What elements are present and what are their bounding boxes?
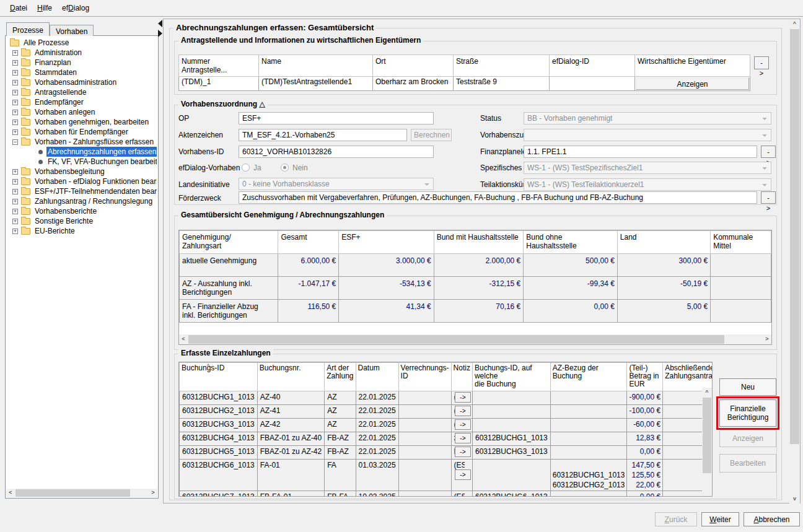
action-neu-button[interactable]: Neu bbox=[719, 378, 776, 396]
expand-icon[interactable]: + bbox=[12, 189, 18, 194]
vorhabenszustand-select[interactable] bbox=[524, 129, 771, 141]
overview-row[interactable]: aktuelle Genehmigung6.000,00 €3.000,00 €… bbox=[180, 254, 771, 277]
tree-item-vorhaben-genehmigen-bearbeiten[interactable]: +Vorhaben genehmigen, bearbeiten bbox=[7, 117, 157, 127]
splitter-expand-icon[interactable] bbox=[158, 30, 162, 37]
expand-icon[interactable]: + bbox=[12, 100, 18, 105]
tree-item-vorhabensbegleitung[interactable]: +Vorhabensbegleitung bbox=[7, 167, 157, 177]
tree-horizontal-scrollbar[interactable]: < > bbox=[6, 489, 157, 497]
tree-item-stammdaten[interactable]: +Stammdaten bbox=[7, 68, 157, 77]
expand-icon[interactable]: + bbox=[12, 80, 18, 85]
overview-row[interactable]: FA - Finanzieller Abzug inkl. Berichtigu… bbox=[180, 300, 771, 323]
payments-column-header[interactable]: Notiz bbox=[451, 363, 472, 391]
footer-abbrechen-button[interactable]: Abbrechen bbox=[744, 512, 800, 526]
applicants-row[interactable]: (TDM)_1(TDM)TestAntragstellende1Oberharz… bbox=[179, 77, 750, 91]
action-anzeigen-button[interactable]: Anzeigen bbox=[719, 430, 776, 447]
payments-vertical-scrollbar[interactable]: ^ bbox=[702, 388, 712, 496]
scroll-up-icon[interactable]: ^ bbox=[702, 388, 712, 397]
payments-column-header[interactable]: Buchungs-ID^ bbox=[180, 363, 258, 391]
expand-icon[interactable]: + bbox=[12, 209, 18, 214]
payments-column-header[interactable]: Buchungs-ID, auf welche die Buchung bbox=[472, 363, 550, 391]
payments-column-header[interactable]: (Teil-) Betrag in EUR bbox=[627, 363, 663, 391]
action-bearbeiten-button[interactable]: Bearbeiten bbox=[719, 454, 776, 473]
notiz-arrow-button[interactable]: -> bbox=[455, 419, 471, 430]
notiz-arrow-button[interactable]: -> bbox=[455, 447, 471, 457]
menu-item-hilfe[interactable]: Hilfe bbox=[32, 0, 57, 15]
berechnen-button[interactable]: Berechnen bbox=[411, 129, 452, 141]
tree-item-finanzplan[interactable]: +Finanzplan bbox=[7, 58, 157, 68]
ja-radio[interactable] bbox=[242, 164, 250, 172]
foerderzweck-field[interactable]: Zuschussvorhaben mit Vergabeverfahren, P… bbox=[239, 191, 757, 204]
expand-icon[interactable]: + bbox=[12, 110, 18, 115]
expand-icon[interactable]: + bbox=[12, 229, 18, 234]
expand-icon[interactable]: + bbox=[12, 70, 18, 76]
finanzplanelement-arrow-button[interactable]: -> bbox=[761, 146, 776, 158]
scroll-down-icon[interactable]: v bbox=[789, 494, 800, 504]
op-field[interactable]: ESF+ bbox=[239, 112, 434, 124]
tree-item-vorhaben-zahlungsfl-sse-erfassen[interactable]: −Vorhaben - Zahlungsflüsse erfassen bbox=[7, 137, 157, 147]
teilaktionskuerzel-select[interactable]: WS-1 - (WS) TestTeilaktionkuerzel1 bbox=[524, 178, 771, 191]
expand-icon[interactable]: + bbox=[12, 179, 18, 185]
scroll-right-icon[interactable]: > bbox=[149, 489, 157, 497]
payments-column-header[interactable]: AZ-Bezug der Buchung bbox=[550, 363, 627, 391]
expand-icon[interactable]: + bbox=[12, 90, 18, 95]
scroll-left-icon[interactable]: < bbox=[179, 334, 188, 344]
payments-column-header[interactable]: Abschließende Zahlungsantrag bbox=[663, 363, 713, 391]
overview-scrollbar-thumb[interactable] bbox=[188, 335, 724, 344]
tree-item-antragstellende[interactable]: +Antragstellende bbox=[7, 87, 157, 97]
footer-zur-ck-button[interactable]: Zurück bbox=[655, 512, 697, 526]
tree-item-sonstige-berichte[interactable]: +Sonstige Berichte bbox=[7, 216, 157, 226]
menu-item-efdialog[interactable]: efDialog bbox=[57, 0, 94, 15]
notiz-arrow-button[interactable]: -> bbox=[455, 406, 471, 416]
payments-column-header[interactable]: Art der Zahlung bbox=[325, 363, 356, 391]
payments-column-header[interactable]: Buchungsnr. bbox=[257, 363, 324, 391]
payments-scrollbar-thumb[interactable] bbox=[703, 398, 711, 473]
notiz-arrow-button[interactable]: -> bbox=[455, 392, 471, 403]
tree-item-fk-vf-vfa-buchungen-bearbeiten[interactable]: FK, VF, VFA-Buchungen bearbeiten bbox=[7, 157, 157, 167]
payments-table-row[interactable]: 60312BUCHG1_1013AZ-40AZ22.01.2025(ESF->-… bbox=[180, 391, 713, 405]
tree-item-zahlungsantrag-rechnungslegung[interactable]: +Zahlungsantrag / Rechnungslegung bbox=[7, 196, 157, 206]
overview-horizontal-scrollbar[interactable]: < > bbox=[179, 334, 771, 344]
payments-column-header[interactable]: Verrechnungs-ID bbox=[398, 363, 451, 391]
splitter-collapse-icon[interactable] bbox=[158, 20, 162, 27]
payments-table-row[interactable]: 60312BUCHG2_1013AZ-41AZ22.01.2025(ESF->-… bbox=[180, 405, 713, 419]
payments-column-header[interactable]: Datum bbox=[356, 363, 398, 391]
tab-vorhaben[interactable]: Vorhaben bbox=[50, 25, 94, 36]
expand-icon[interactable]: + bbox=[12, 50, 18, 56]
collapse-icon[interactable]: − bbox=[12, 139, 18, 145]
action-finanzielle-berichtigung-button[interactable]: Finanzielle Berichtigung bbox=[719, 399, 776, 427]
expand-icon[interactable]: + bbox=[12, 129, 18, 135]
overview-row[interactable]: AZ - Auszahlung inkl. Berichtigungen-1.0… bbox=[180, 277, 771, 300]
notiz-arrow-button[interactable]: -> bbox=[455, 469, 471, 480]
menu-item-datei[interactable]: Datei bbox=[5, 0, 32, 15]
tree-item-vorhaben-anlegen[interactable]: +Vorhaben anlegen bbox=[7, 107, 157, 117]
finanzplanelement-field[interactable]: 1.1. FPE1.1 bbox=[524, 146, 757, 158]
expand-icon[interactable]: + bbox=[12, 60, 18, 66]
scroll-left-icon[interactable]: < bbox=[6, 489, 15, 497]
expand-icon[interactable]: + bbox=[12, 120, 18, 125]
notiz-arrow-button[interactable]: -> bbox=[455, 433, 471, 443]
status-select[interactable]: BB - Vorhaben genehmigt bbox=[524, 112, 771, 124]
landesinitiative-select[interactable]: 0 - keine Vorhabensklasse bbox=[239, 178, 434, 190]
footer-weiter-button[interactable]: Weiter bbox=[701, 512, 739, 526]
main-scrollbar-thumb[interactable] bbox=[790, 29, 799, 444]
tree-item-alle-prozesse[interactable]: Alle Prozesse bbox=[7, 38, 157, 48]
tree-item-endempf-nger[interactable]: +Endempfänger bbox=[7, 97, 157, 107]
scroll-right-icon[interactable]: > bbox=[763, 334, 771, 344]
expand-icon[interactable]: + bbox=[12, 169, 18, 175]
wirtschaftliche-eigentuemer-anzeigen-button[interactable]: Anzeigen bbox=[636, 77, 749, 90]
vorhabens-id-field[interactable]: 60312_VORHAB10132826 bbox=[239, 146, 434, 158]
payments-table-row[interactable]: 60312BUCHG3_1013AZ-42AZ22.01.2025(ESF->-… bbox=[180, 419, 713, 432]
scroll-up-icon[interactable]: ^ bbox=[789, 19, 800, 28]
payments-table-row[interactable]: 60312BUCHG4_1013FBAZ-01 zu AZ-40FB-AZ22.… bbox=[180, 432, 713, 446]
spezifisches-ziel-select[interactable]: WS-1 - (WS) TestSpezifischesZiel1 bbox=[524, 162, 771, 174]
tree-item-administration[interactable]: +Administration bbox=[7, 48, 157, 58]
tree-scrollbar-thumb[interactable] bbox=[15, 489, 130, 497]
aktenzeichen-field[interactable]: TM_ESF_4.21.-Vorhaben25 bbox=[239, 129, 407, 141]
tree-item-abrechnungszahlungen-erfassen[interactable]: Abrechnungszahlungen erfassen bbox=[7, 147, 157, 157]
tree-item-vorhaben-f-r-endempf-nger[interactable]: +Vorhaben für Endempfänger bbox=[7, 127, 157, 137]
tree-item-esf-jtf-teilnehmendendaten-bearbeiten[interactable]: +ESF+/JTF-Teilnehmendendaten bearbeiten bbox=[7, 186, 157, 196]
payments-table-row[interactable]: 60312BUCHG6_1013FA-01FA01.03.2025(ESF->6… bbox=[180, 460, 713, 491]
tab-prozesse[interactable]: Prozesse bbox=[6, 22, 50, 36]
tree-item-vorhaben-efdialog-funktionen-bearbeiten[interactable]: +Vorhaben - efDialog Funktionen bearbeit… bbox=[7, 177, 157, 186]
payments-table-row[interactable]: 60312BUCHG7_1013FB-FA-01FB-FA10.03.2025(… bbox=[180, 491, 713, 497]
